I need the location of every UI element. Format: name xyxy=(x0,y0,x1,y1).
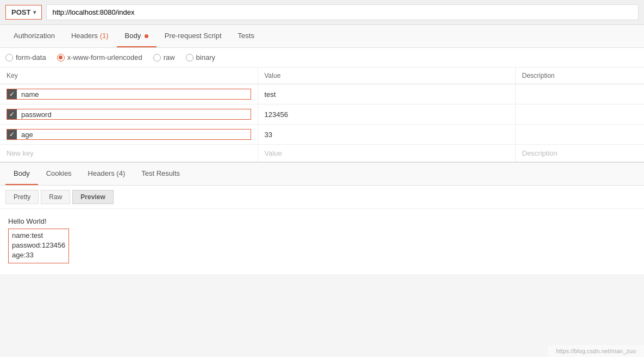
headers-badge: (1) xyxy=(100,32,109,40)
bottom-tab-test-results[interactable]: Test Results xyxy=(133,163,188,185)
radio-form-data[interactable]: form-data xyxy=(5,53,46,61)
col-header-desc: Description xyxy=(515,67,644,84)
bottom-tab-cookies[interactable]: Cookies xyxy=(38,163,80,185)
response-hello: Hello World! xyxy=(8,217,636,225)
new-key-cell[interactable]: New key xyxy=(0,145,258,162)
checkbox-age[interactable]: ✓ xyxy=(7,130,17,139)
method-dropdown[interactable]: POST ▾ xyxy=(5,5,42,20)
tab-body[interactable]: Body xyxy=(117,25,157,47)
radio-circle-binary xyxy=(186,54,193,61)
format-tab-preview[interactable]: Preview xyxy=(72,190,113,204)
bottom-tabs: Body Cookies Headers (4) Test Results xyxy=(0,163,644,186)
tab-pre-request[interactable]: Pre-request Script xyxy=(157,25,230,47)
top-tabs: Authorization Headers (1) Body Pre-reque… xyxy=(0,25,644,48)
key-group-age: ✓ age xyxy=(7,129,251,140)
radio-circle-raw xyxy=(153,54,161,61)
url-bar: POST ▾ xyxy=(0,0,644,25)
new-key-row: New key Value Description xyxy=(0,145,644,162)
format-tab-raw[interactable]: Raw xyxy=(41,190,70,204)
col-header-key: Key xyxy=(0,67,258,84)
radio-binary[interactable]: binary xyxy=(186,53,215,61)
desc-cell-password[interactable] xyxy=(515,104,644,125)
table-row: ✓ name test xyxy=(0,84,644,104)
params-table: Key Value Description ✓ name test xyxy=(0,67,644,162)
tab-authorization[interactable]: Authorization xyxy=(5,25,63,47)
format-tab-pretty[interactable]: Pretty xyxy=(5,190,39,204)
key-cell-name: ✓ name xyxy=(0,84,258,104)
radio-circle-form-data xyxy=(5,54,13,61)
key-group-password: ✓ password xyxy=(7,109,251,120)
method-label: POST xyxy=(11,8,30,16)
dropdown-arrow: ▾ xyxy=(33,9,36,15)
key-cell-password: ✓ password xyxy=(0,104,258,125)
table-row: ✓ password 123456 xyxy=(0,104,644,125)
new-value-cell[interactable]: Value xyxy=(258,145,515,162)
radio-urlencoded[interactable]: x-www-form-urlencoded xyxy=(57,53,142,61)
body-dot xyxy=(145,34,148,38)
tab-headers[interactable]: Headers (1) xyxy=(63,25,117,47)
value-cell-name[interactable]: test xyxy=(258,84,515,104)
new-desc-cell[interactable]: Description xyxy=(515,145,644,162)
value-cell-password[interactable]: 123456 xyxy=(258,104,515,125)
url-input[interactable] xyxy=(46,4,639,20)
desc-cell-name[interactable] xyxy=(515,84,644,104)
checkbox-name[interactable]: ✓ xyxy=(7,89,17,99)
value-cell-age[interactable]: 33 xyxy=(258,125,515,145)
key-group-name: ✓ name xyxy=(7,89,251,100)
key-cell-age: ✓ age xyxy=(0,125,258,145)
format-tabs: Pretty Raw Preview xyxy=(0,186,644,209)
response-box: name:test passwod:123456 age:33 xyxy=(8,229,69,263)
radio-circle-urlencoded xyxy=(57,54,65,61)
radio-raw[interactable]: raw xyxy=(153,53,175,61)
table-row: ✓ age 33 xyxy=(0,125,644,145)
col-header-value: Value xyxy=(258,67,515,84)
desc-cell-age[interactable] xyxy=(515,125,644,145)
checkbox-password[interactable]: ✓ xyxy=(7,109,17,119)
bottom-tabs-section: Body Cookies Headers (4) Test Results Pr… xyxy=(0,162,644,274)
params-section: Key Value Description ✓ name test xyxy=(0,67,644,162)
response-password: passwod:123456 xyxy=(12,241,65,249)
bottom-tab-body[interactable]: Body xyxy=(5,163,38,185)
bottom-tab-response-headers[interactable]: Headers (4) xyxy=(80,163,134,185)
response-name: name:test xyxy=(12,231,65,239)
body-type-row: form-data x-www-form-urlencoded raw bina… xyxy=(0,48,644,67)
response-content: Hello World! name:test passwod:123456 ag… xyxy=(0,209,644,274)
response-age: age:33 xyxy=(12,251,65,259)
tab-tests[interactable]: Tests xyxy=(230,25,262,47)
